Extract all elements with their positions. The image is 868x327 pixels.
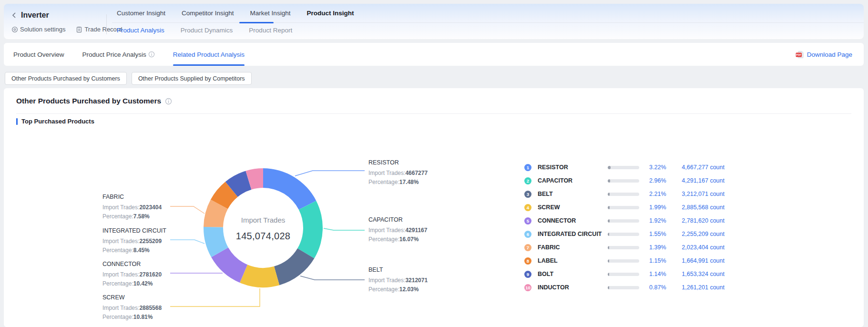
legend-progress-bar <box>608 286 639 289</box>
pdf-icon: PDF <box>796 51 804 59</box>
legend-progress-bar <box>608 179 639 183</box>
legend-rank-badge: 10 <box>524 284 531 291</box>
legend-percentage: 1.14% <box>639 271 666 277</box>
legend-row-integrated-circuit[interactable]: 6INTEGRATED CIRCUIT1.55%2,255,209 count <box>524 227 725 241</box>
legend-row-fabric[interactable]: 7FABRIC1.39%2,023,404 count <box>524 241 725 254</box>
legend-progress-fill <box>608 179 610 183</box>
legend-row-screw[interactable]: 4SCREW1.99%2,885,568 count <box>524 201 725 214</box>
legend-progress-bar <box>608 259 639 263</box>
tab-competitor-insight[interactable]: Competitor Insight <box>182 10 234 22</box>
legend-rank-badge: 3 <box>524 191 531 198</box>
tab-market-insight[interactable]: Market Insight <box>250 10 291 22</box>
clipboard-icon <box>76 26 82 33</box>
legend-count: 2,885,568 count <box>671 204 725 211</box>
legend-product-name: LABEL <box>538 257 608 264</box>
legend-progress-bar <box>608 246 639 249</box>
legend-row-bolt[interactable]: 9BOLT1.14%1,653,324 count <box>524 267 725 281</box>
svg-text:PDF: PDF <box>796 53 802 56</box>
legend-progress-fill <box>608 193 610 196</box>
legend-product-name: CAPACITOR <box>538 177 608 184</box>
legend-product-name: BELT <box>538 191 608 197</box>
back-icon[interactable] <box>10 11 18 19</box>
filter-purchased-by-customers[interactable]: Other Products Purchased by Customers <box>5 72 127 85</box>
legend-row-connector[interactable]: 5CONNECTOR1.92%2,781,620 count <box>524 214 725 227</box>
download-page-button[interactable]: PDF Download Page <box>796 43 852 66</box>
legend-row-label[interactable]: 8LABEL1.15%1,664,991 count <box>524 254 725 267</box>
tab-related-product-analysis[interactable]: Related Product Analysis <box>173 43 245 66</box>
legend-rank-badge: 1 <box>524 164 531 171</box>
settings-icon <box>11 26 18 33</box>
info-icon[interactable] <box>148 51 155 58</box>
trade-record-button[interactable]: Trade Record <box>76 26 122 33</box>
legend-rank-badge: 6 <box>524 231 531 238</box>
legend-progress-bar <box>608 193 639 196</box>
legend-progress-bar <box>608 166 639 169</box>
legend-product-name: INDUCTOR <box>538 284 608 291</box>
legend-rank-badge: 2 <box>524 177 531 184</box>
donut-segment-capacitor[interactable] <box>297 201 323 258</box>
leader-line-capacitor <box>324 228 365 230</box>
legend-row-belt[interactable]: 3BELT2.21%3,212,071 count <box>524 187 725 201</box>
filter-supplied-by-competitors[interactable]: Other Products Supplied by Competitors <box>132 72 252 85</box>
legend-count: 1,653,324 count <box>671 271 725 277</box>
filter-row: Other Products Purchased by Customers Ot… <box>5 72 252 85</box>
legend-product-name: SCREW <box>538 204 608 211</box>
tab-product-report[interactable]: Product Report <box>249 27 292 34</box>
legend-progress-fill <box>608 219 609 223</box>
leader-line-fabric <box>170 206 204 214</box>
content-panel: Other Products Purchased by Customers To… <box>4 88 864 327</box>
legend-row-inductor[interactable]: 10INDUCTOR0.87%1,261,201 count <box>524 281 725 294</box>
legend-percentage: 2.96% <box>639 177 666 184</box>
legend-percentage: 0.87% <box>639 284 666 291</box>
legend-count: 4,291,167 count <box>671 177 725 184</box>
legend-count: 4,667,277 count <box>671 164 725 171</box>
tab-product-dynamics[interactable]: Product Dynamics <box>181 27 233 34</box>
legend-rank-badge: 4 <box>524 204 531 211</box>
legend-product-name: BOLT <box>538 271 608 277</box>
legend-progress-fill <box>608 273 609 276</box>
tab-product-analysis[interactable]: Product Analysis <box>117 27 164 34</box>
donut-segment-resistor[interactable] <box>263 168 316 210</box>
legend-rank-badge: 5 <box>524 217 531 225</box>
legend-product-name: CONNECTOR <box>538 217 608 224</box>
legend-count: 2,255,209 count <box>671 231 725 237</box>
tab-customer-insight[interactable]: Customer Insight <box>117 10 165 22</box>
legend-rank-badge: 9 <box>524 271 531 278</box>
donut-chart[interactable] <box>4 88 864 327</box>
legend-progress-fill <box>608 166 611 169</box>
header: Inverter Solution settings Trade Record <box>4 4 864 39</box>
main-tabs-divider <box>112 22 864 23</box>
tab-product-price-analysis[interactable]: Product Price Analysis <box>82 43 155 66</box>
legend-percentage: 1.55% <box>639 231 666 237</box>
legend-progress-fill <box>608 286 609 289</box>
legend-progress-fill <box>608 206 609 209</box>
legend-product-name: RESISTOR <box>538 164 608 171</box>
legend-progress-bar <box>608 233 639 236</box>
legend-progress-fill <box>608 259 609 263</box>
solution-settings-button[interactable]: Solution settings <box>11 26 65 33</box>
legend-progress-bar <box>608 219 639 223</box>
legend-percentage: 1.92% <box>639 217 666 224</box>
legend-product-name: FABRIC <box>538 244 608 251</box>
legend-progress-fill <box>608 246 609 249</box>
legend-count: 3,212,071 count <box>671 191 725 197</box>
page-title: Inverter <box>21 11 49 20</box>
leader-line-resistor <box>295 171 365 176</box>
sub-tabs: Product Analysis Product Dynamics Produc… <box>117 27 292 34</box>
legend-percentage: 2.21% <box>639 191 666 197</box>
page: Inverter Solution settings Trade Record <box>0 0 868 327</box>
legend-rank-badge: 8 <box>524 257 531 265</box>
header-divider <box>106 14 107 34</box>
main-tabs: Customer Insight Competitor Insight Mark… <box>117 10 354 22</box>
legend-row-capacitor[interactable]: 2CAPACITOR2.96%4,291,167 count <box>524 174 725 187</box>
tab-product-insight[interactable]: Product Insight <box>306 10 354 22</box>
legend-product-name: INTEGRATED CIRCUIT <box>538 231 608 237</box>
tab-product-overview[interactable]: Product Overview <box>13 43 64 66</box>
legend-progress-fill <box>608 233 609 236</box>
legend-progress-bar <box>608 206 639 209</box>
legend-progress-bar <box>608 273 639 276</box>
legend-count: 2,781,620 count <box>671 217 725 224</box>
legend-row-resistor[interactable]: 1RESISTOR3.22%4,667,277 count <box>524 161 725 174</box>
legend-percentage: 1.99% <box>639 204 666 211</box>
legend-rank-badge: 7 <box>524 244 531 251</box>
